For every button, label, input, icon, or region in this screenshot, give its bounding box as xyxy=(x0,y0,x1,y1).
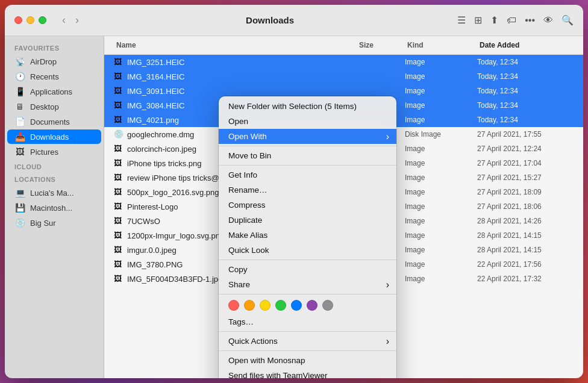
back-button[interactable]: ‹ xyxy=(58,13,69,28)
file-date: 27 April 2021, 17:04 xyxy=(477,159,574,167)
pictures-icon: 🖼 xyxy=(14,147,25,157)
grid-view-icon[interactable]: ⊞ xyxy=(474,14,482,26)
ctx-send-teamviewer[interactable]: Send files with TeamViewer xyxy=(219,368,396,378)
table-row[interactable]: 🖼IMG_3164.HEIC Image Today, 12:34 xyxy=(104,69,583,84)
ctx-separator-3 xyxy=(219,260,396,260)
file-name: IMG_4021.png xyxy=(127,116,179,125)
file-kind: Image xyxy=(405,231,477,240)
file-icon: 🖼 xyxy=(114,101,124,110)
file-kind: Image xyxy=(405,145,477,153)
list-view-icon[interactable]: ☰ xyxy=(457,14,466,26)
sidebar-item-downloads[interactable]: 📥 Downloads xyxy=(7,129,101,144)
ctx-move-to-bin[interactable]: Move to Bin xyxy=(219,148,396,163)
tag-green[interactable] xyxy=(275,300,286,311)
file-name: 7UCWsO xyxy=(127,217,160,226)
file-name: 1200px-Imgur_logo.svg.png xyxy=(127,231,224,240)
traffic-lights xyxy=(14,16,46,24)
sidebar-item-desktop[interactable]: 🖥 Desktop xyxy=(7,99,101,114)
file-name: IMG_3164.HEIC xyxy=(127,72,184,81)
sidebar-item-recents[interactable]: 🕐 Recents xyxy=(7,69,101,84)
ctx-new-folder[interactable]: New Folder with Selection (5 Items) xyxy=(219,99,396,114)
file-date: Today, 12:34 xyxy=(477,87,574,95)
ctx-duplicate[interactable]: Duplicate xyxy=(219,213,396,228)
col-kind: Kind xyxy=(405,39,477,52)
ctx-separator-5 xyxy=(219,331,396,332)
section-favourites-label: Favourites xyxy=(5,41,104,54)
ctx-get-info[interactable]: Get Info xyxy=(219,167,396,182)
file-date: Today, 12:34 xyxy=(477,116,574,124)
ctx-quick-look[interactable]: Quick Look xyxy=(219,243,396,258)
forward-button[interactable]: › xyxy=(72,13,83,28)
sidebar-item-documents[interactable]: 📄 Documents xyxy=(7,114,101,129)
table-row[interactable]: 🖼IMG_3251.HEIC Image Today, 12:34 xyxy=(104,55,583,69)
file-name: colorcinch-icon.jpeg xyxy=(127,145,196,154)
ctx-separator-6 xyxy=(219,350,396,351)
ctx-open-with[interactable]: Open With xyxy=(219,129,396,144)
sidebar-item-pictures[interactable]: 🖼 Pictures xyxy=(7,145,101,159)
main-content: Name Size Kind Date Added 🖼IMG_3251.HEIC… xyxy=(104,36,583,378)
file-name: imgur.0.0.jpeg xyxy=(127,246,177,255)
context-menu: New Folder with Selection (5 Items) Open… xyxy=(219,96,396,378)
preview-icon[interactable]: 👁 xyxy=(543,15,553,26)
file-date: 28 April 2021, 14:15 xyxy=(477,246,574,254)
tag-purple[interactable] xyxy=(307,300,317,311)
search-icon[interactable]: 🔍 xyxy=(561,14,574,26)
ctx-rename[interactable]: Rename… xyxy=(219,182,396,198)
file-icon: 🖼 xyxy=(114,274,124,284)
sidebar: Favourites 📡 AirDrop 🕐 Recents 📱 Applica… xyxy=(5,36,104,378)
tag-gray[interactable] xyxy=(322,300,333,311)
airdrop-icon: 📡 xyxy=(14,57,25,66)
ctx-open[interactable]: Open xyxy=(219,114,396,129)
file-icon: 💿 xyxy=(114,129,124,139)
finder-body: Favourites 📡 AirDrop 🕐 Recents 📱 Applica… xyxy=(5,36,583,378)
sidebar-item-airdrop[interactable]: 📡 AirDrop xyxy=(7,54,101,69)
file-icon: 🖼 xyxy=(114,216,124,226)
file-icon: 🖼 xyxy=(114,158,124,168)
ctx-open-monosnap[interactable]: Open with Monosnap xyxy=(219,353,396,368)
file-date: 27 April 2021, 18:09 xyxy=(477,188,574,196)
file-name: IMG_3091.HEIC xyxy=(127,87,184,96)
ctx-tags[interactable]: Tags… xyxy=(219,314,396,329)
file-kind: Image xyxy=(405,159,477,167)
sidebar-item-macintosh-label: Macintosh... xyxy=(30,204,72,213)
tag-orange[interactable] xyxy=(244,300,255,311)
tag-red[interactable] xyxy=(228,300,239,311)
file-icon: 🖼 xyxy=(114,115,124,125)
sidebar-item-big-sur[interactable]: 💿 Big Sur xyxy=(7,216,101,230)
ctx-copy[interactable]: Copy xyxy=(219,262,396,277)
file-date: Today, 12:34 xyxy=(477,58,574,66)
ctx-make-alias[interactable]: Make Alias xyxy=(219,228,396,243)
file-icon: 🖼 xyxy=(114,260,124,269)
sidebar-item-recents-label: Recents xyxy=(30,72,59,81)
maximize-button[interactable] xyxy=(39,16,46,24)
file-date: 28 April 2021, 14:15 xyxy=(477,231,574,240)
laptop-icon: 💻 xyxy=(14,188,25,198)
window-title: Downloads xyxy=(90,15,450,25)
file-kind: Image xyxy=(405,58,477,66)
close-button[interactable] xyxy=(14,16,22,24)
file-name: iPhone tips tricks.png xyxy=(127,159,202,168)
more-icon[interactable]: ••• xyxy=(525,15,535,26)
desktop-icon: 🖥 xyxy=(14,102,25,111)
file-name: IMG_3780.PNG xyxy=(127,260,183,269)
sidebar-item-lucias-ma[interactable]: 💻 Lucia's Ma... xyxy=(7,185,101,200)
ctx-separator-1 xyxy=(219,146,396,146)
column-headers: Name Size Kind Date Added xyxy=(104,36,583,55)
file-kind: Image xyxy=(405,202,477,211)
share-icon[interactable]: ⬆ xyxy=(490,14,498,26)
file-kind: Image xyxy=(405,260,477,269)
title-bar: ‹ › Downloads ☰ ⊞ ⬆ 🏷 ••• 👁 🔍 xyxy=(5,5,583,36)
sidebar-item-macintosh[interactable]: 💾 Macintosh... xyxy=(7,201,101,215)
disk-icon: 💿 xyxy=(14,218,25,228)
file-name: 500px_logo_2016.svg.png xyxy=(127,188,219,197)
minimize-button[interactable] xyxy=(27,16,34,24)
ctx-compress[interactable]: Compress xyxy=(219,198,396,213)
ctx-quick-actions[interactable]: Quick Actions xyxy=(219,334,396,349)
file-date: Today, 12:34 xyxy=(477,101,574,110)
sidebar-item-documents-label: Documents xyxy=(30,117,70,126)
tag-icon[interactable]: 🏷 xyxy=(507,15,516,26)
tag-blue[interactable] xyxy=(291,300,302,311)
ctx-share[interactable]: Share xyxy=(219,277,396,292)
sidebar-item-applications[interactable]: 📱 Applications xyxy=(7,84,101,99)
tag-yellow[interactable] xyxy=(260,300,271,311)
